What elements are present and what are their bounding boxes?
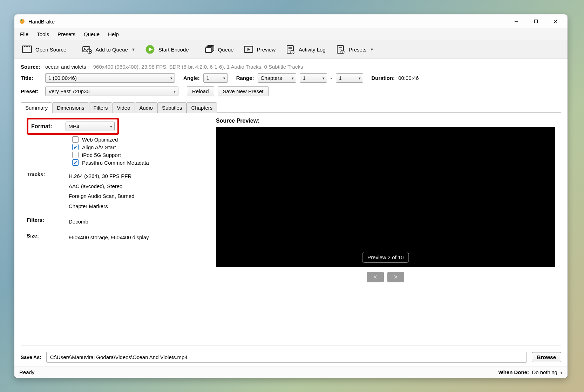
range-separator: - (331, 75, 332, 81)
menu-help[interactable]: Help (107, 30, 120, 38)
browse-button[interactable]: Browse (532, 352, 561, 362)
range-label: Range: (236, 75, 254, 81)
app-icon (19, 18, 26, 25)
save-as-input[interactable] (46, 352, 527, 363)
preset-select[interactable]: Very Fast 720p30 (45, 87, 178, 96)
preview-label: Preview (257, 47, 276, 53)
tab-audio[interactable]: Audio (135, 102, 157, 113)
tab-dimensions[interactable]: Dimensions (52, 102, 89, 113)
format-highlight-box: Format: MP4 (27, 118, 119, 135)
svg-rect-25 (205, 48, 212, 53)
menu-file[interactable]: File (19, 30, 29, 38)
passthru-metadata-checkbox[interactable] (72, 159, 79, 166)
menubar: File Tools Presets Queue Help (14, 28, 568, 40)
svg-rect-9 (22, 52, 32, 53)
duration-value: 00:00:46 (398, 75, 419, 81)
angle-label: Angle: (183, 75, 200, 81)
chevron-down-icon: ▼ (370, 47, 374, 51)
reload-button[interactable]: Reload (187, 86, 214, 96)
app-window: HandBrake File Tools Presets Queue Help … (14, 14, 568, 378)
range-mode-select[interactable]: Chapters (258, 73, 296, 83)
start-encode-button[interactable]: Start Encode (141, 42, 193, 56)
separator (197, 43, 197, 55)
log-icon: i (285, 44, 295, 54)
source-label: Source: (21, 64, 42, 70)
source-preview-label: Source Preview: (216, 118, 555, 124)
maximize-button[interactable] (526, 14, 546, 28)
source-name: ocean and violets (45, 64, 86, 70)
tabs: Summary Dimensions Filters Video Audio S… (21, 102, 561, 113)
svg-point-0 (20, 19, 25, 24)
track-line: AAC (avcodec), Stereo (69, 181, 135, 192)
track-line: Chapter Markers (69, 201, 135, 212)
svg-rect-12 (27, 46, 27, 47)
menu-presets[interactable]: Presets (57, 30, 76, 38)
passthru-metadata-label: Passthru Common Metadata (82, 160, 149, 166)
start-encode-label: Start Encode (158, 47, 189, 53)
add-to-queue-label: Add to Queue (95, 47, 128, 53)
tab-chapters[interactable]: Chapters (186, 102, 217, 113)
queue-button[interactable]: Queue (201, 42, 238, 56)
menu-tools[interactable]: Tools (36, 30, 50, 38)
format-value: MP4 (69, 123, 80, 129)
chevron-down-icon: ▼ (131, 47, 135, 51)
tab-subtitles[interactable]: Subtitles (157, 102, 187, 113)
add-to-queue-button[interactable]: Add to Queue ▼ (78, 42, 139, 56)
range-from-value: 1 (303, 75, 306, 81)
svg-rect-4 (535, 20, 538, 23)
preview-prev-button[interactable]: < (367, 272, 384, 282)
size-label: Size: (27, 233, 51, 243)
angle-select[interactable]: 1 (203, 73, 228, 83)
filters-value: Decomb (69, 217, 88, 227)
track-line: Foreign Audio Scan, Burned (69, 191, 135, 201)
tab-filters[interactable]: Filters (89, 102, 113, 113)
open-source-button[interactable]: Open Source (18, 42, 70, 56)
save-new-preset-button[interactable]: Save New Preset (218, 86, 269, 96)
toolbar: Open Source Add to Queue ▼ Start Encode … (14, 40, 568, 59)
title-value: 1 (00:00:46) (48, 75, 77, 81)
activity-log-label: Activity Log (299, 47, 326, 53)
queue-label: Queue (218, 47, 234, 53)
svg-marker-27 (247, 48, 250, 51)
activity-log-button[interactable]: i Activity Log (281, 42, 330, 56)
track-line: H.264 (x264), 30 FPS PFR (69, 171, 135, 181)
summary-panel: Format: MP4 Web Optimized Align A/V Star… (21, 113, 561, 345)
web-optimized-checkbox[interactable] (72, 136, 79, 143)
save-as-label: Save As: (21, 355, 41, 360)
add-queue-icon (82, 44, 92, 54)
tab-summary[interactable]: Summary (21, 102, 52, 113)
size-value: 960x400 storage, 960x400 display (69, 233, 149, 243)
window-title: HandBrake (28, 19, 55, 25)
close-button[interactable] (546, 14, 565, 28)
preview-button[interactable]: Preview (239, 42, 280, 56)
presets-label: Presets (349, 47, 367, 53)
format-select[interactable]: MP4 (66, 122, 115, 131)
duration-label: Duration: (372, 75, 395, 81)
filters-label: Filters: (27, 217, 51, 227)
tracks-label: Tracks: (27, 171, 51, 211)
open-source-label: Open Source (35, 47, 66, 53)
status-text: Ready (19, 369, 34, 375)
presets-button[interactable]: Presets ▼ (331, 42, 378, 56)
svg-point-2 (21, 20, 22, 21)
presets-icon (335, 44, 345, 54)
minimize-button[interactable] (507, 14, 526, 28)
range-to-select[interactable]: 1 (336, 73, 363, 83)
title-select[interactable]: 1 (00:00:46) (45, 73, 175, 83)
ipod-5g-label: iPod 5G Support (82, 152, 121, 158)
tab-video[interactable]: Video (112, 102, 135, 113)
preview-next-button[interactable]: > (387, 272, 404, 282)
align-av-checkbox[interactable] (72, 144, 79, 150)
web-optimized-label: Web Optimized (82, 137, 118, 143)
ipod-5g-checkbox[interactable] (72, 152, 79, 158)
preset-label: Preset: (21, 88, 42, 94)
menu-queue[interactable]: Queue (83, 30, 100, 38)
svg-text:i: i (292, 51, 293, 54)
svg-rect-10 (23, 46, 24, 47)
range-from-select[interactable]: 1 (300, 73, 327, 83)
svg-rect-13 (28, 46, 29, 47)
svg-rect-7 (22, 47, 32, 52)
queue-icon (205, 44, 215, 54)
play-icon (145, 44, 155, 54)
when-done-select[interactable]: Do nothing (532, 369, 563, 375)
